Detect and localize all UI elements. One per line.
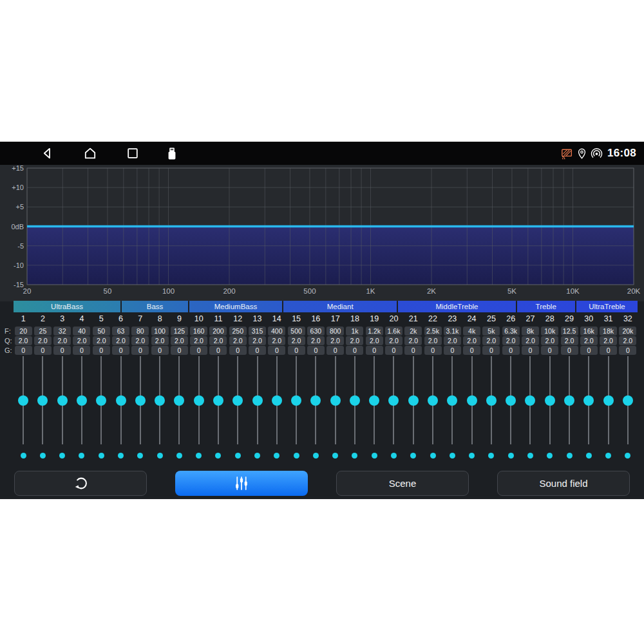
- slider-knob[interactable]: [467, 395, 477, 406]
- freq-value[interactable]: 3.1k: [444, 327, 461, 336]
- q-value[interactable]: 2.0: [541, 336, 558, 345]
- slider-knob[interactable]: [428, 395, 438, 406]
- band-middletreble[interactable]: MiddleTreble: [398, 301, 515, 312]
- freq-value[interactable]: 2k: [404, 327, 422, 336]
- gain-value[interactable]: 0: [93, 346, 110, 355]
- freq-value[interactable]: 4k: [463, 327, 480, 336]
- gain-value[interactable]: 0: [288, 346, 305, 355]
- eq-slider[interactable]: [287, 356, 306, 444]
- gain-value[interactable]: 0: [346, 346, 363, 355]
- slider-knob[interactable]: [310, 395, 321, 406]
- eq-slider[interactable]: [618, 356, 638, 444]
- eq-slider[interactable]: [306, 356, 325, 444]
- q-value[interactable]: 2.0: [15, 336, 32, 345]
- eq-slider[interactable]: [404, 356, 423, 444]
- slider-knob[interactable]: [369, 395, 379, 406]
- eq-slider[interactable]: [33, 356, 52, 444]
- eq-slider[interactable]: [72, 356, 91, 444]
- gain-value[interactable]: 0: [580, 346, 598, 355]
- freq-value[interactable]: 25: [34, 327, 52, 336]
- freq-value[interactable]: 20k: [619, 327, 636, 336]
- slider-knob[interactable]: [583, 395, 594, 406]
- freq-value[interactable]: 16k: [580, 327, 598, 336]
- gain-value[interactable]: 0: [600, 346, 617, 355]
- q-value[interactable]: 2.0: [444, 336, 461, 345]
- q-value[interactable]: 2.0: [209, 336, 227, 345]
- band-bass[interactable]: Bass: [122, 301, 188, 312]
- freq-value[interactable]: 80: [131, 327, 149, 336]
- q-value[interactable]: 2.0: [151, 336, 169, 345]
- scene-button[interactable]: Scene: [336, 471, 469, 496]
- eq-slider[interactable]: [169, 356, 189, 444]
- q-value[interactable]: 2.0: [600, 336, 617, 345]
- slider-knob[interactable]: [213, 395, 223, 406]
- eq-slider[interactable]: [598, 356, 618, 444]
- gain-value[interactable]: 0: [34, 346, 52, 355]
- freq-value[interactable]: 5k: [482, 327, 500, 336]
- freq-value[interactable]: 18k: [600, 327, 617, 336]
- eq-slider[interactable]: [131, 356, 150, 444]
- q-value[interactable]: 2.0: [73, 336, 90, 345]
- gain-value[interactable]: 0: [444, 346, 461, 355]
- band-mediant[interactable]: Mediant: [283, 301, 397, 312]
- slider-knob[interactable]: [506, 395, 516, 406]
- eq-slider[interactable]: [189, 356, 209, 444]
- freq-value[interactable]: 400: [268, 327, 285, 336]
- q-value[interactable]: 2.0: [288, 336, 305, 345]
- gain-value[interactable]: 0: [171, 346, 188, 355]
- q-value[interactable]: 2.0: [502, 336, 520, 345]
- eq-slider[interactable]: [247, 356, 267, 444]
- gain-value[interactable]: 0: [327, 346, 344, 355]
- gain-value[interactable]: 0: [209, 346, 227, 355]
- back-icon[interactable]: [40, 146, 55, 161]
- q-value[interactable]: 2.0: [580, 336, 598, 345]
- slider-knob[interactable]: [545, 395, 555, 406]
- q-value[interactable]: 2.0: [268, 336, 285, 345]
- eq-slider[interactable]: [520, 356, 540, 444]
- freq-value[interactable]: 200: [209, 327, 227, 336]
- q-value[interactable]: 2.0: [619, 336, 636, 345]
- gain-value[interactable]: 0: [482, 346, 500, 355]
- eq-slider[interactable]: [560, 356, 579, 444]
- slider-knob[interactable]: [408, 395, 419, 406]
- gain-value[interactable]: 0: [463, 346, 480, 355]
- q-value[interactable]: 2.0: [131, 336, 149, 345]
- gain-value[interactable]: 0: [268, 346, 285, 355]
- freq-value[interactable]: 160: [190, 327, 207, 336]
- eq-slider[interactable]: [14, 356, 33, 444]
- gain-value[interactable]: 0: [619, 346, 636, 355]
- q-value[interactable]: 2.0: [307, 336, 325, 345]
- equalizer-button[interactable]: [175, 471, 308, 496]
- reset-button[interactable]: [14, 471, 147, 496]
- gain-value[interactable]: 0: [249, 346, 266, 355]
- slider-knob[interactable]: [388, 395, 399, 406]
- freq-value[interactable]: 1.6k: [385, 327, 402, 336]
- q-value[interactable]: 2.0: [522, 336, 539, 345]
- q-value[interactable]: 2.0: [327, 336, 344, 345]
- gain-value[interactable]: 0: [522, 346, 539, 355]
- slider-knob[interactable]: [564, 395, 574, 406]
- slider-knob[interactable]: [135, 395, 146, 406]
- q-value[interactable]: 2.0: [463, 336, 480, 345]
- gain-value[interactable]: 0: [53, 346, 71, 355]
- freq-value[interactable]: 250: [229, 327, 247, 336]
- freq-value[interactable]: 10k: [541, 327, 558, 336]
- eq-slider[interactable]: [150, 356, 169, 444]
- eq-slider[interactable]: [345, 356, 365, 444]
- band-treble[interactable]: Treble: [517, 301, 575, 312]
- slider-knob[interactable]: [116, 395, 126, 406]
- eq-slider[interactable]: [442, 356, 462, 444]
- eq-slider[interactable]: [540, 356, 560, 444]
- eq-slider[interactable]: [267, 356, 287, 444]
- eq-slider[interactable]: [482, 356, 501, 444]
- slider-knob[interactable]: [232, 395, 243, 406]
- eq-slider[interactable]: [365, 356, 384, 444]
- q-value[interactable]: 2.0: [112, 336, 129, 345]
- slider-knob[interactable]: [18, 395, 28, 406]
- q-value[interactable]: 2.0: [561, 336, 578, 345]
- gain-value[interactable]: 0: [424, 346, 442, 355]
- slider-knob[interactable]: [447, 395, 457, 406]
- eq-slider[interactable]: [384, 356, 403, 444]
- freq-value[interactable]: 800: [327, 327, 344, 336]
- q-value[interactable]: 2.0: [482, 336, 500, 345]
